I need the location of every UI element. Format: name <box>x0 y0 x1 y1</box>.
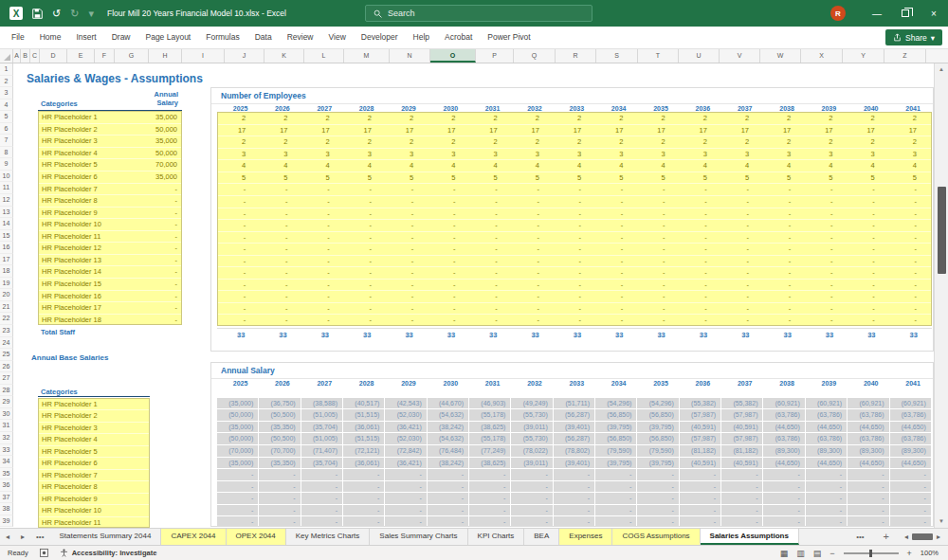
row-header-20[interactable]: 20 <box>0 289 13 301</box>
sheet-tab-opex-2044[interactable]: OPEX 2044 <box>227 529 286 545</box>
employees-row[interactable]: 1717171717171717171717171717171717 <box>218 125 931 137</box>
next-sheet-icon[interactable]: ▸ <box>15 529 30 545</box>
employees-row[interactable]: 22222222222222222 <box>218 113 931 125</box>
annual-salary-row[interactable]: (35,000)(35,350)(35,704)(36,061)(36,421)… <box>217 458 932 470</box>
row-header-19[interactable]: 19 <box>0 278 13 290</box>
vertical-scrollbar[interactable]: ▲ ▼ <box>934 63 948 528</box>
column-header-Z[interactable]: Z <box>884 49 926 63</box>
annual-salary-row[interactable]: (50,000)(50,500)(51,005)(51,515)(52,030)… <box>217 433 932 445</box>
column-header-T[interactable]: T <box>638 49 679 63</box>
annual-salary-row[interactable]: (70,000)(70,700)(71,407)(72,121)(72,842)… <box>217 445 932 458</box>
accessibility-icon[interactable] <box>60 549 68 557</box>
employees-row[interactable]: ----------------- <box>218 280 931 292</box>
row-header-4[interactable]: 4 <box>0 99 13 112</box>
staff-row[interactable]: HR Placeholder 12- <box>39 243 181 255</box>
macro-record-icon[interactable] <box>40 549 48 557</box>
annual-salary-row[interactable]: ----------------- <box>217 493 932 505</box>
staff-row[interactable]: HR Placeholder 9- <box>39 208 181 220</box>
row-header-34[interactable]: 34 <box>0 456 13 468</box>
row-header-14[interactable]: 14 <box>0 218 13 230</box>
staff-row[interactable]: HR Placeholder 15- <box>39 279 181 291</box>
row-header-7[interactable]: 7 <box>0 135 13 147</box>
ribbon-tab-insert[interactable]: Insert <box>68 27 103 48</box>
column-header-K[interactable]: K <box>264 49 304 63</box>
base-salary-row[interactable]: HR Placeholder 11 <box>39 517 149 528</box>
annual-salary-row[interactable]: ----------------- <box>217 481 932 494</box>
staff-row[interactable]: HR Placeholder 335,000 <box>39 135 181 148</box>
column-header-B[interactable]: B <box>21 49 30 63</box>
base-salary-row[interactable]: HR Placeholder 6 <box>39 458 149 470</box>
row-header-15[interactable]: 15 <box>0 230 13 243</box>
excel-app-icon[interactable]: X <box>9 7 23 20</box>
row-header-37[interactable]: 37 <box>0 492 13 504</box>
normal-view-icon[interactable]: ▦ <box>780 549 789 558</box>
column-header-H[interactable]: H <box>149 49 182 63</box>
row-header-13[interactable]: 13 <box>0 207 13 219</box>
row-header-33[interactable]: 33 <box>0 444 13 457</box>
row-header-16[interactable]: 16 <box>0 242 13 254</box>
employees-row[interactable]: ----------------- <box>218 208 931 221</box>
column-header-R[interactable]: R <box>556 49 596 63</box>
row-header-28[interactable]: 28 <box>0 385 13 397</box>
sheet-tab-bea[interactable]: BEA <box>524 529 559 545</box>
employees-row[interactable]: ----------------- <box>218 267 931 280</box>
customize-qat-icon[interactable]: ▾ <box>88 8 94 20</box>
staff-row[interactable]: HR Placeholder 250,000 <box>39 124 181 136</box>
base-salary-row[interactable]: HR Placeholder 4 <box>39 434 149 446</box>
horizontal-scrollbar[interactable]: ◂ ▸ <box>902 529 942 545</box>
ribbon-tab-formulas[interactable]: Formulas <box>198 27 246 48</box>
row-header-27[interactable]: 27 <box>0 372 13 385</box>
column-header-S[interactable]: S <box>596 49 638 63</box>
sheet-tab-key-metrics-charts[interactable]: Key Metrics Charts <box>286 529 371 545</box>
accessibility-status[interactable]: Accessibility: Investigate <box>72 549 157 557</box>
annual-salary-row[interactable]: ----------------- <box>217 516 932 527</box>
annual-salary-row[interactable]: (50,000)(50,500)(51,005)(51,515)(52,030)… <box>217 409 932 422</box>
row-header-31[interactable]: 31 <box>0 420 13 432</box>
employees-row[interactable]: ----------------- <box>218 256 931 268</box>
column-header-C[interactable]: C <box>30 49 40 63</box>
employees-row[interactable]: ----------------- <box>218 232 931 244</box>
horizontal-scrollbar-thumb[interactable] <box>912 533 933 540</box>
hscroll-left-icon[interactable]: ◂ <box>902 529 910 545</box>
restore-button[interactable] <box>891 0 920 27</box>
employees-row[interactable]: 55555555555555555 <box>218 172 931 185</box>
row-header-5[interactable]: 5 <box>0 111 13 123</box>
column-header-D[interactable]: D <box>40 49 67 63</box>
column-header-M[interactable]: M <box>344 49 390 63</box>
row-header-22[interactable]: 22 <box>0 313 13 325</box>
annual-salary-grid[interactable]: (35,000)(36,750)(38,588)(40,517)(42,543)… <box>217 398 932 527</box>
save-icon[interactable] <box>32 9 43 19</box>
sheet-tab-sales-summary-charts[interactable]: Sales Summary Charts <box>370 529 467 545</box>
staff-input-block[interactable]: HR Placeholder 135,000HR Placeholder 250… <box>38 111 182 325</box>
row-header-21[interactable]: 21 <box>0 301 13 314</box>
scroll-down-icon[interactable]: ▼ <box>935 515 948 528</box>
staff-row[interactable]: HR Placeholder 450,000 <box>39 148 181 160</box>
page-break-view-icon[interactable]: ▤ <box>813 549 822 558</box>
staff-row[interactable]: HR Placeholder 570,000 <box>39 159 181 172</box>
search-input[interactable]: Search <box>365 5 592 22</box>
row-header-2[interactable]: 2 <box>0 76 13 88</box>
base-salary-row[interactable]: HR Placeholder 3 <box>39 423 149 435</box>
zoom-slider[interactable] <box>844 552 899 554</box>
row-header-3[interactable]: 3 <box>0 87 13 99</box>
column-header-A[interactable]: A <box>13 49 21 63</box>
ribbon-tab-file[interactable]: File <box>0 27 32 48</box>
close-button[interactable]: × <box>920 0 948 27</box>
zoom-in-icon[interactable]: + <box>907 549 912 558</box>
row-header-36[interactable]: 36 <box>0 479 13 492</box>
column-header-P[interactable]: P <box>476 49 514 63</box>
zoom-level[interactable]: 100% <box>921 549 939 557</box>
employees-row[interactable]: ----------------- <box>218 303 931 316</box>
base-salary-row[interactable]: HR Placeholder 5 <box>39 446 149 459</box>
column-header-N[interactable]: N <box>390 49 430 63</box>
sheet-tab-capex-2044[interactable]: CAPEX 2044 <box>161 529 226 545</box>
vertical-scrollbar-thumb[interactable] <box>938 187 946 274</box>
select-all-corner[interactable] <box>0 49 13 63</box>
base-salary-row[interactable]: HR Placeholder 10 <box>39 505 149 517</box>
column-header-L[interactable]: L <box>304 49 344 63</box>
employees-row[interactable]: ----------------- <box>218 184 931 196</box>
employees-row[interactable]: 33333333333333333 <box>218 149 931 161</box>
annual-salary-row[interactable]: ----------------- <box>217 469 932 481</box>
account-avatar[interactable]: R <box>830 6 846 21</box>
staff-row[interactable]: HR Placeholder 8- <box>39 195 181 208</box>
